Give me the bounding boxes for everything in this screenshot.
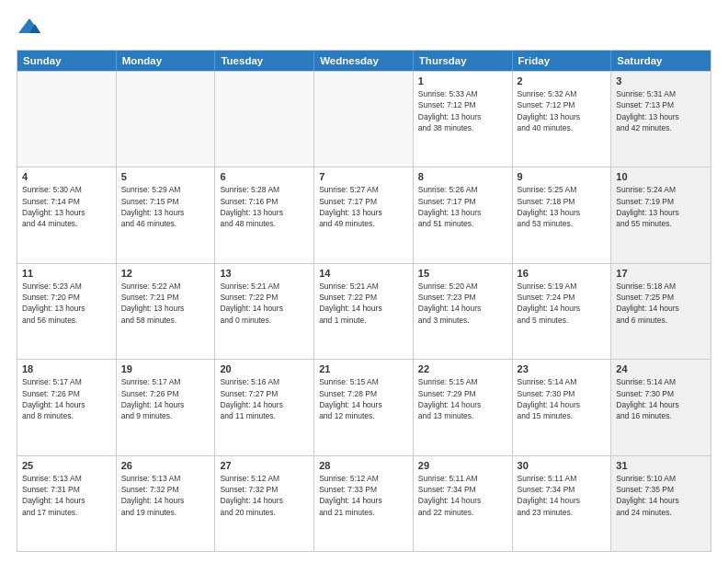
day-number: 30 — [518, 460, 607, 471]
calendar-cell-19: 19Sunrise: 5:17 AM Sunset: 7:26 PM Dayli… — [117, 360, 216, 454]
cell-detail: Sunrise: 5:10 AM Sunset: 7:35 PM Dayligh… — [616, 473, 706, 518]
weekday-header-monday: Monday — [117, 51, 216, 71]
day-number: 11 — [22, 268, 111, 279]
day-number: 19 — [121, 363, 210, 374]
cell-detail: Sunrise: 5:31 AM Sunset: 7:13 PM Dayligh… — [616, 88, 706, 133]
calendar-cell-20: 20Sunrise: 5:16 AM Sunset: 7:27 PM Dayli… — [215, 360, 314, 454]
day-number: 7 — [319, 171, 408, 182]
calendar-cell-5: 5Sunrise: 5:29 AM Sunset: 7:15 PM Daylig… — [117, 167, 216, 262]
calendar-row-2: 11Sunrise: 5:23 AM Sunset: 7:20 PM Dayli… — [17, 263, 711, 359]
day-number: 24 — [616, 363, 706, 374]
day-number: 14 — [319, 268, 408, 279]
calendar-cell-12: 12Sunrise: 5:22 AM Sunset: 7:21 PM Dayli… — [117, 264, 216, 359]
cell-detail: Sunrise: 5:12 AM Sunset: 7:33 PM Dayligh… — [319, 473, 408, 518]
cell-detail: Sunrise: 5:23 AM Sunset: 7:20 PM Dayligh… — [22, 281, 111, 326]
calendar-row-4: 25Sunrise: 5:13 AM Sunset: 7:31 PM Dayli… — [17, 455, 711, 551]
calendar-row-3: 18Sunrise: 5:17 AM Sunset: 7:26 PM Dayli… — [17, 359, 711, 454]
day-number: 1 — [418, 75, 507, 86]
day-number: 9 — [518, 171, 607, 182]
day-number: 16 — [518, 268, 607, 279]
day-number: 18 — [22, 363, 111, 374]
cell-detail: Sunrise: 5:26 AM Sunset: 7:17 PM Dayligh… — [418, 184, 507, 229]
calendar-cell-27: 27Sunrise: 5:12 AM Sunset: 7:32 PM Dayli… — [215, 456, 314, 551]
cell-detail: Sunrise: 5:11 AM Sunset: 7:34 PM Dayligh… — [518, 473, 607, 518]
day-number: 31 — [616, 460, 706, 471]
calendar-cell-17: 17Sunrise: 5:18 AM Sunset: 7:25 PM Dayli… — [611, 264, 711, 359]
day-number: 12 — [121, 268, 210, 279]
calendar-header: SundayMondayTuesdayWednesdayThursdayFrid… — [17, 51, 711, 71]
day-number: 26 — [121, 460, 210, 471]
cell-detail: Sunrise: 5:32 AM Sunset: 7:12 PM Dayligh… — [518, 88, 607, 133]
calendar-cell-30: 30Sunrise: 5:11 AM Sunset: 7:34 PM Dayli… — [513, 456, 612, 551]
day-number: 20 — [220, 363, 309, 374]
calendar-cell-29: 29Sunrise: 5:11 AM Sunset: 7:34 PM Dayli… — [414, 456, 513, 551]
weekday-header-thursday: Thursday — [414, 51, 513, 71]
calendar-cell-2: 2Sunrise: 5:32 AM Sunset: 7:12 PM Daylig… — [513, 72, 612, 167]
cell-detail: Sunrise: 5:30 AM Sunset: 7:14 PM Dayligh… — [22, 184, 111, 229]
calendar-cell-3: 3Sunrise: 5:31 AM Sunset: 7:13 PM Daylig… — [611, 72, 711, 167]
calendar-row-0: 1Sunrise: 5:33 AM Sunset: 7:12 PM Daylig… — [17, 71, 711, 167]
page: SundayMondayTuesdayWednesdayThursdayFrid… — [0, 0, 728, 563]
cell-detail: Sunrise: 5:15 AM Sunset: 7:29 PM Dayligh… — [418, 376, 507, 421]
weekday-header-wednesday: Wednesday — [314, 51, 414, 71]
calendar-cell-23: 23Sunrise: 5:14 AM Sunset: 7:30 PM Dayli… — [513, 360, 612, 454]
day-number: 17 — [616, 268, 706, 279]
day-number: 28 — [319, 460, 408, 471]
calendar-cell-25: 25Sunrise: 5:13 AM Sunset: 7:31 PM Dayli… — [17, 456, 117, 551]
cell-detail: Sunrise: 5:12 AM Sunset: 7:32 PM Dayligh… — [220, 473, 309, 518]
day-number: 22 — [418, 363, 507, 374]
calendar-cell-13: 13Sunrise: 5:21 AM Sunset: 7:22 PM Dayli… — [215, 264, 314, 359]
calendar-cell-10: 10Sunrise: 5:24 AM Sunset: 7:19 PM Dayli… — [611, 167, 711, 262]
day-number: 10 — [616, 171, 706, 182]
calendar-cell-7: 7Sunrise: 5:27 AM Sunset: 7:17 PM Daylig… — [314, 167, 414, 262]
cell-detail: Sunrise: 5:13 AM Sunset: 7:32 PM Dayligh… — [121, 473, 210, 518]
cell-detail: Sunrise: 5:14 AM Sunset: 7:30 PM Dayligh… — [518, 376, 607, 421]
day-number: 15 — [418, 268, 507, 279]
day-number: 23 — [518, 363, 607, 374]
calendar-body: 1Sunrise: 5:33 AM Sunset: 7:12 PM Daylig… — [17, 71, 711, 551]
calendar-cell-empty-0-1 — [117, 72, 216, 167]
calendar-cell-empty-0-2 — [215, 72, 314, 167]
logo-icon — [17, 15, 42, 40]
calendar-cell-21: 21Sunrise: 5:15 AM Sunset: 7:28 PM Dayli… — [314, 360, 414, 454]
cell-detail: Sunrise: 5:22 AM Sunset: 7:21 PM Dayligh… — [121, 281, 210, 326]
calendar-cell-24: 24Sunrise: 5:14 AM Sunset: 7:30 PM Dayli… — [611, 360, 711, 454]
cell-detail: Sunrise: 5:33 AM Sunset: 7:12 PM Dayligh… — [418, 88, 507, 133]
day-number: 29 — [418, 460, 507, 471]
calendar-cell-22: 22Sunrise: 5:15 AM Sunset: 7:29 PM Dayli… — [414, 360, 513, 454]
calendar-cell-8: 8Sunrise: 5:26 AM Sunset: 7:17 PM Daylig… — [414, 167, 513, 262]
calendar-cell-4: 4Sunrise: 5:30 AM Sunset: 7:14 PM Daylig… — [17, 167, 117, 262]
weekday-header-saturday: Saturday — [611, 51, 711, 71]
calendar-cell-26: 26Sunrise: 5:13 AM Sunset: 7:32 PM Dayli… — [117, 456, 216, 551]
calendar-cell-31: 31Sunrise: 5:10 AM Sunset: 7:35 PM Dayli… — [611, 456, 711, 551]
day-number: 27 — [220, 460, 309, 471]
day-number: 5 — [121, 171, 210, 182]
calendar-cell-16: 16Sunrise: 5:19 AM Sunset: 7:24 PM Dayli… — [513, 264, 612, 359]
cell-detail: Sunrise: 5:15 AM Sunset: 7:28 PM Dayligh… — [319, 376, 408, 421]
calendar-row-1: 4Sunrise: 5:30 AM Sunset: 7:14 PM Daylig… — [17, 167, 711, 262]
cell-detail: Sunrise: 5:16 AM Sunset: 7:27 PM Dayligh… — [220, 376, 309, 421]
calendar-cell-9: 9Sunrise: 5:25 AM Sunset: 7:18 PM Daylig… — [513, 167, 612, 262]
calendar-cell-1: 1Sunrise: 5:33 AM Sunset: 7:12 PM Daylig… — [414, 72, 513, 167]
calendar-cell-empty-0-3 — [314, 72, 414, 167]
calendar-cell-empty-0-0 — [17, 72, 117, 167]
day-number: 25 — [22, 460, 111, 471]
day-number: 8 — [418, 171, 507, 182]
day-number: 3 — [616, 75, 706, 86]
calendar-cell-15: 15Sunrise: 5:20 AM Sunset: 7:23 PM Dayli… — [414, 264, 513, 359]
cell-detail: Sunrise: 5:18 AM Sunset: 7:25 PM Dayligh… — [616, 281, 706, 326]
calendar-cell-11: 11Sunrise: 5:23 AM Sunset: 7:20 PM Dayli… — [17, 264, 117, 359]
cell-detail: Sunrise: 5:27 AM Sunset: 7:17 PM Dayligh… — [319, 184, 408, 229]
cell-detail: Sunrise: 5:19 AM Sunset: 7:24 PM Dayligh… — [518, 281, 607, 326]
header — [17, 15, 711, 40]
cell-detail: Sunrise: 5:21 AM Sunset: 7:22 PM Dayligh… — [319, 281, 408, 326]
cell-detail: Sunrise: 5:11 AM Sunset: 7:34 PM Dayligh… — [418, 473, 507, 518]
calendar-cell-28: 28Sunrise: 5:12 AM Sunset: 7:33 PM Dayli… — [314, 456, 414, 551]
cell-detail: Sunrise: 5:25 AM Sunset: 7:18 PM Dayligh… — [518, 184, 607, 229]
day-number: 4 — [22, 171, 111, 182]
calendar-cell-6: 6Sunrise: 5:28 AM Sunset: 7:16 PM Daylig… — [215, 167, 314, 262]
day-number: 21 — [319, 363, 408, 374]
cell-detail: Sunrise: 5:21 AM Sunset: 7:22 PM Dayligh… — [220, 281, 309, 326]
day-number: 2 — [518, 75, 607, 86]
cell-detail: Sunrise: 5:17 AM Sunset: 7:26 PM Dayligh… — [121, 376, 210, 421]
